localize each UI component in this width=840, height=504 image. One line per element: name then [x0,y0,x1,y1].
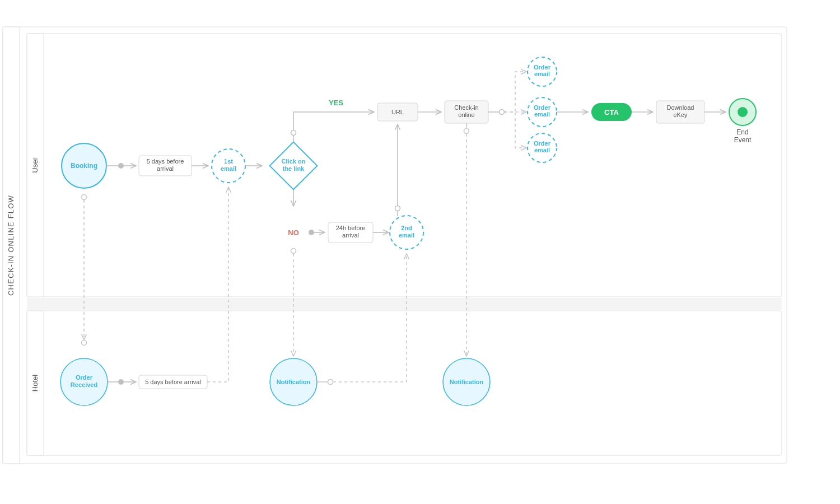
svg-point-33 [82,340,87,346]
pool-title: CHECK-IN ONLINE FLOW [7,195,15,296]
cta-label: CTA [604,108,619,116]
svg-point-40 [328,380,333,385]
notif2-label: Notification [450,379,484,385]
svg-rect-6 [27,298,782,310]
flow-diagram: CHECK-IN ONLINE FLOW User Hotel Booking … [0,0,840,504]
svg-point-26 [309,230,314,235]
oe1-label: Orderemail [534,64,551,77]
lane-user: User [31,157,39,173]
booking-label: Booking [71,162,97,170]
svg-point-42 [464,129,469,134]
svg-point-38 [291,249,296,254]
svg-point-29 [395,206,400,211]
no-label: NO [288,228,299,237]
svg-point-14 [291,130,296,136]
svg-point-17 [500,110,505,115]
svg-point-32 [82,195,87,200]
oe2-label: Orderemail [534,104,551,118]
notif1-label: Notification [277,379,311,385]
yes-label: YES [329,99,343,107]
svg-point-7 [118,163,124,169]
svg-point-35 [118,379,124,385]
wait5b-label: 5 days before arrival [145,379,201,385]
url-label: URL [391,109,404,115]
oe3-label: Orderemail [534,140,551,153]
svg-point-24 [738,107,748,117]
svg-text:Click onthe link: Click onthe link [282,158,306,172]
node-end [729,99,756,125]
lane-hotel: Hotel [31,375,39,391]
